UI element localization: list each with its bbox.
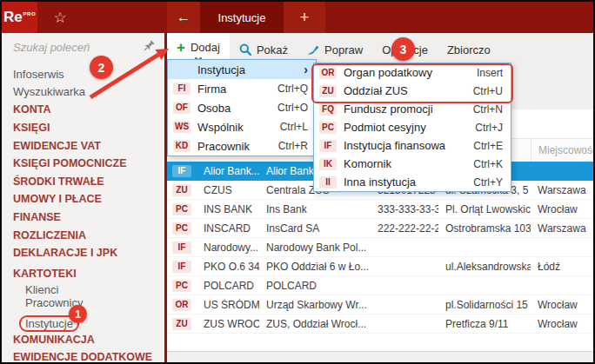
row-type-badge: ZU [172, 184, 191, 196]
toolbar-button[interactable]: + Zbiorczo [438, 36, 500, 63]
menu-item-shortcut: Ctrl+Q [277, 83, 308, 95]
menu-item[interactable]: FI Firma Ctrl+Q › [168, 79, 316, 98]
submenu-item-shortcut: Ctrl+E [473, 140, 503, 152]
submenu-item[interactable]: ZU Oddział ZUS Ctrl+U [314, 82, 511, 100]
sidebar-item[interactable]: KSIĘGI POMOCNICZE [2, 155, 164, 173]
favorites-star-icon[interactable]: ☆ [47, 2, 73, 33]
submenu-item-badge: PC [319, 122, 337, 134]
row-type-cell: PC [167, 203, 197, 215]
row-name-cell: ZUS, Oddział Wrocł... [259, 318, 371, 330]
row-city-cell: Wrocław [531, 203, 593, 215]
menu-item[interactable]: KD Pracownik Ctrl+R › [168, 136, 316, 156]
new-tab-button[interactable]: + [284, 2, 325, 33]
row-symbol-cell: CZUS [197, 184, 259, 196]
add-dropdown-menu: Instytucja › FI Firma Ctrl+Q › OF Osoba … [167, 59, 317, 156]
row-name-cell: InsCard SA [259, 222, 371, 235]
back-arrow-icon[interactable]: ← [167, 2, 200, 33]
row-address-cell: Ostrobramska 103... [438, 222, 531, 235]
sidebar-item-label: KOMUNIKACJA [13, 334, 95, 346]
row-symbol-cell: Narodowy... [197, 242, 259, 254]
row-nip-cell: 222-222-22-22 [371, 222, 438, 235]
sidebar-item[interactable]: EWIDENCJE VAT [2, 136, 164, 155]
menu-item[interactable]: Instytucja › [168, 60, 316, 79]
submenu-arrow-icon: › [304, 63, 308, 76]
row-type-badge: PC [172, 280, 191, 292]
plus-icon: + [177, 43, 185, 53]
sidebar-item[interactable]: Klienci [2, 282, 164, 296]
bottom-scroll-strip[interactable] [167, 351, 593, 362]
annotation-step-1: 1 [69, 305, 87, 323]
menu-item-shortcut: Ctrl+L [280, 121, 308, 133]
table-row[interactable]: PC INSCARD InsCard SA 222-222-22-22 Ostr… [167, 219, 593, 238]
sidebar-item[interactable]: Infoserwis [2, 65, 164, 83]
menu-item-label: Instytucja [197, 63, 245, 76]
submenu-item[interactable]: PC Podmiot cesyjny Ctrl+J [314, 118, 511, 136]
toolbar-button-main: + Popraw [307, 43, 363, 56]
submenu-item-label: Podmiot cesyjny [344, 121, 426, 134]
header-city-col[interactable]: Miejscowość [531, 139, 595, 162]
submenu-item-label: Instytucja finansowa [344, 139, 445, 152]
tab-instytucje[interactable]: Instytucje [200, 2, 284, 33]
submenu-item-shortcut: Ctrl+J [475, 122, 503, 134]
sidebar-item[interactable]: UMOWY I PŁACE [2, 190, 164, 208]
row-address-cell: ul.Aleksandrowska 47 [438, 261, 531, 273]
menu-item-badge: FI [173, 83, 191, 95]
submenu-item[interactable]: OR Organ podatkowy Insert [314, 63, 511, 82]
toolbar-button-main: + Dodaj [177, 41, 220, 54]
submenu-item-badge: OR [319, 67, 337, 79]
submenu-item[interactable]: FQ Fundusz promocji Ctrl+N [314, 100, 511, 118]
row-symbol-cell: POLCARD [197, 280, 259, 292]
submenu-item-shortcut: Ctrl+K [473, 158, 503, 170]
sidebar-item[interactable]: ŚRODKI TRWAŁE [2, 173, 164, 191]
submenu-item-badge: IK [319, 158, 337, 170]
row-type-badge: IF [172, 242, 191, 254]
row-address-cell: Pretficza 9/11 [438, 318, 531, 330]
sidebar-item[interactable]: KARTOTEKI [2, 265, 164, 283]
sidebar-item[interactable]: Wyszukiwarka [2, 83, 164, 102]
toolbar-button-main: + Pokaż [239, 43, 288, 56]
sidebar-item-label: KARTOTEKI [13, 268, 77, 280]
submenu-item-label: Fundusz promocji [344, 103, 433, 116]
menu-item-badge: OF [173, 102, 191, 114]
sidebar-item[interactable]: EWIDENCJE DODATKOWE [2, 348, 164, 364]
sidebar-item[interactable]: KONTA [2, 101, 164, 119]
table-row[interactable]: IF Narodowy... Narodowy Bank Pol... [167, 238, 593, 257]
table-row[interactable]: OR US ŚRÓDM... Urząd Skarbowy Wr... pl.S… [167, 295, 593, 314]
pin-icon[interactable] [144, 39, 156, 55]
row-symbol-cell: INSCARD [197, 222, 259, 235]
submenu-item-shortcut: Insert [477, 67, 503, 79]
row-type-badge: IF [172, 165, 191, 177]
submenu-item[interactable]: IF Instytucja finansowa Ctrl+E [314, 136, 511, 155]
logo-text: Re [3, 9, 23, 26]
menu-item-badge: KD [173, 140, 191, 152]
submenu-item-label: Komornik [344, 157, 391, 170]
table-row[interactable]: PC INS BANK Ins Bank 333-333-33-33 Pl. O… [167, 200, 593, 219]
row-type-cell: IF [167, 242, 197, 254]
row-symbol-cell: PKO O.6 34... [197, 261, 259, 273]
menu-item[interactable]: OF Osoba Ctrl+O › [168, 98, 316, 117]
search-icon [239, 43, 251, 56]
submenu-item[interactable]: IK Komornik Ctrl+K [314, 155, 511, 173]
sidebar-item[interactable]: DEKLARACJE I JPK [2, 244, 164, 262]
row-city-cell: Wrocław [531, 318, 593, 330]
submenu-item-shortcut: Ctrl+Y [473, 176, 503, 189]
sidebar-item-label: EWIDENCJE DODATKOWE [13, 351, 152, 363]
menu-item[interactable]: WS Wspólnik Ctrl+L › [168, 117, 316, 136]
row-symbol-cell: INS BANK [197, 203, 259, 215]
table-row[interactable]: ZU ZUS WROC... ZUS, Oddział Wrocł... Pre… [167, 314, 593, 334]
search-placeholder: Szukaj poleceń [13, 41, 144, 54]
row-type-cell: ZU [167, 318, 197, 330]
sidebar-item[interactable]: ROZLICZENIA [2, 226, 164, 244]
sidebar-item[interactable]: KOMUNIKACJA [2, 331, 164, 349]
sidebar-item[interactable]: KSIĘGI [2, 119, 164, 137]
toolbar-button-label: Popraw [324, 43, 363, 56]
row-type-badge: OR [172, 299, 191, 311]
command-search[interactable]: Szukaj poleceń [2, 33, 164, 61]
submenu-item[interactable]: II Inna instytucja Ctrl+Y [314, 173, 511, 191]
table-row[interactable]: IF PKO O.6 34... PKO Oddział 6 w Ło... u… [167, 257, 593, 276]
toolbar-button-main: + Zbiorczo [447, 43, 491, 56]
sidebar-item[interactable]: FINANSE [2, 208, 164, 227]
table-row[interactable]: PC POLCARD POLCARD [167, 276, 593, 295]
menu-item-shortcut: Ctrl+O [277, 102, 308, 114]
sidebar-item-label: ŚRODKI TRWAŁE [13, 175, 104, 188]
